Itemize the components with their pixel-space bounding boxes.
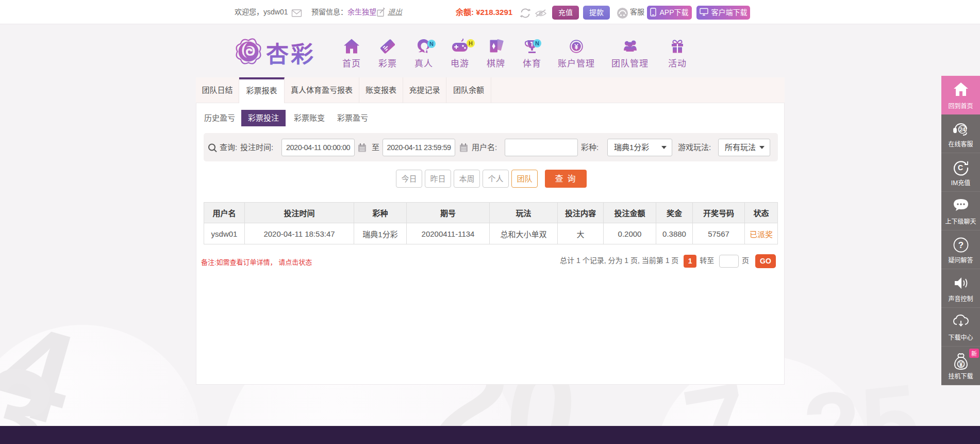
svg-text:C: C xyxy=(957,163,962,172)
svg-text:¥: ¥ xyxy=(959,361,962,368)
svg-text:杏彩: 杏彩 xyxy=(266,42,313,67)
svg-text:?: ? xyxy=(958,240,963,250)
svg-text:24: 24 xyxy=(959,127,966,133)
